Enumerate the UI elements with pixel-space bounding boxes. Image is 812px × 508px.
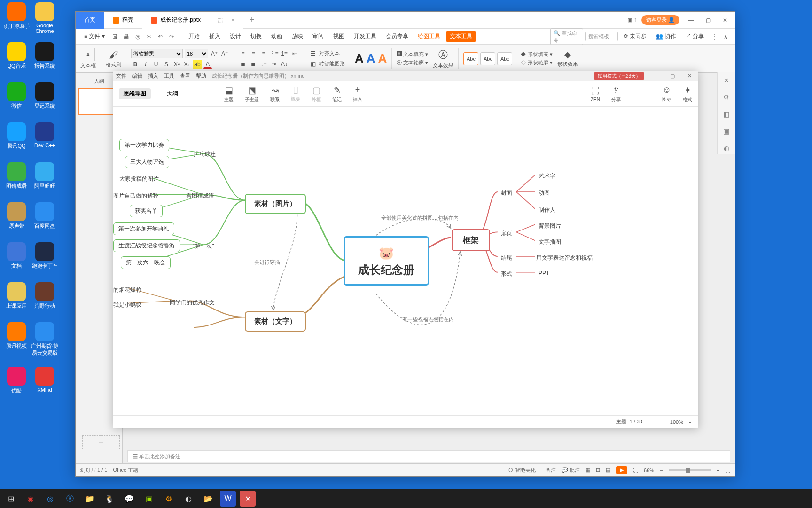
textdir-icon[interactable]: A↕ [280, 60, 289, 68]
find-command[interactable]: 🔍 查找命令 [550, 28, 583, 45]
menu-start[interactable]: 开始 [185, 31, 203, 42]
menu-drawtools[interactable]: 绘图工具 [414, 31, 444, 42]
redo-icon[interactable]: ↷ [167, 32, 176, 41]
close-button[interactable]: ✕ [717, 14, 733, 27]
fontsize-select[interactable]: 18 [185, 49, 208, 58]
x-minimize[interactable]: — [650, 73, 661, 79]
bullets-icon[interactable]: ⋮≡ [270, 49, 278, 58]
unsync-button[interactable]: ⟳ 未同步 [620, 31, 650, 42]
relation-button[interactable]: ↝联系 [270, 85, 280, 103]
format-painter[interactable]: 🖌格式刷 [106, 49, 121, 68]
mindmap-canvas[interactable]: 🐷 成长纪念册 素材（图片） 素材（文字） 框架 乒乓球社 看图猜成语 "第一次… [113, 107, 698, 415]
fullscreen-icon[interactable]: ⛶ [725, 468, 730, 473]
leaf[interactable]: 艺术字 [539, 172, 555, 180]
subscript-icon[interactable]: X₂ [183, 60, 191, 69]
insert-button[interactable]: +插入 [353, 85, 362, 103]
slide-thumb-1[interactable] [78, 88, 116, 115]
bold-icon[interactable]: B [131, 60, 140, 69]
x-menu-file[interactable]: 文件 [116, 72, 126, 79]
menu-insert[interactable]: 插入 [205, 31, 224, 42]
smartart-icon[interactable]: ◧ [309, 60, 317, 68]
slideshow-button[interactable]: ▶ [616, 466, 627, 474]
preview-icon[interactable]: ◎ [133, 32, 142, 41]
superscript-icon[interactable]: X² [172, 60, 181, 69]
align-right-icon[interactable]: ≡ [259, 49, 268, 58]
leaf[interactable]: 第一次学力比赛 [119, 139, 169, 151]
leaf[interactable]: 的烟花爆竹 [113, 286, 141, 294]
topic-button[interactable]: ⬓主题 [224, 85, 234, 103]
zen-button[interactable]: ⛶ZEN [591, 86, 600, 102]
indent-inc-icon[interactable]: ⇥ [270, 60, 278, 68]
desktop-icon[interactable]: XMind [31, 367, 59, 393]
menu-view[interactable]: 视图 [329, 31, 348, 42]
tab-add[interactable]: + [243, 15, 260, 25]
leaf[interactable]: 我是小蚂蚁 [113, 301, 141, 309]
node-frame[interactable]: 框架 [452, 229, 490, 251]
undo-icon[interactable]: ↶ [156, 32, 165, 41]
shape-style-2[interactable]: Abc [480, 52, 495, 65]
desktop-icon[interactable]: 广州期货·博易云交易版 [31, 322, 59, 357]
zoom-in-icon[interactable]: + [717, 468, 719, 473]
x-close[interactable]: ✕ [684, 73, 695, 79]
login-button[interactable]: 访客登录 👤 [641, 15, 679, 25]
save-icon[interactable]: 🖫 [110, 32, 120, 41]
central-topic[interactable]: 🐷 成长纪念册 [344, 236, 429, 286]
shape-effect[interactable]: ◆形状效果 [557, 49, 578, 68]
x-menu-tool[interactable]: 工具 [164, 72, 174, 79]
menu-animation[interactable]: 动画 [267, 31, 286, 42]
desktop-icon[interactable]: 百度网盘 [31, 202, 59, 230]
task-file[interactable]: 📁 [82, 491, 98, 507]
shape-style-3[interactable]: Abc [497, 52, 512, 65]
task-app1[interactable]: ▣ [141, 491, 157, 507]
task-netease[interactable]: ◉ [23, 491, 39, 507]
tab-count-icon[interactable]: ▣ 1 [625, 14, 640, 27]
xzoom-out[interactable]: − [655, 419, 657, 425]
collapse-ribbon-icon[interactable]: ∧ [721, 32, 730, 41]
text-outline[interactable]: Ⓐ 文本轮廓 ▾ [397, 59, 428, 66]
print-icon[interactable]: 🖶 [122, 32, 131, 41]
leaf[interactable]: 第一次六一晚会 [121, 256, 171, 269]
more-icon[interactable]: ⋮ [710, 32, 719, 41]
textbox-button[interactable]: A文本框 [80, 48, 96, 69]
shape-outline[interactable]: ◇ 形状轮廓 ▾ [521, 59, 552, 66]
task-explorer[interactable]: 📂 [200, 491, 216, 507]
x-menu-edit[interactable]: 编辑 [132, 72, 142, 79]
strike-icon[interactable]: S [162, 60, 171, 69]
subtopic-button[interactable]: ⬔子主题 [245, 85, 259, 103]
zoom-value[interactable]: 66% [644, 468, 654, 473]
italic-icon[interactable]: I [141, 60, 150, 69]
leaf[interactable]: 制作人 [539, 206, 555, 214]
tool-4-icon[interactable]: ◐ [722, 144, 731, 154]
comment-toggle[interactable]: 💬 批注 [562, 467, 580, 474]
fit-icon[interactable]: ⛶ [633, 468, 638, 473]
x-maximize[interactable]: ▢ [667, 73, 678, 79]
leaf[interactable]: 用文字表达留念和祝福 [536, 254, 593, 262]
leaf[interactable]: 第一次参加开学典礼 [113, 222, 174, 235]
menu-transition[interactable]: 切换 [247, 31, 265, 42]
highlight-icon[interactable]: ab [193, 60, 202, 69]
coop-button[interactable]: 👥 协作 [652, 31, 679, 42]
menu-show[interactable]: 放映 [288, 31, 307, 42]
desktop-icon[interactable]: 阿里旺旺 [31, 162, 59, 190]
x-menu-view[interactable]: 查看 [180, 72, 190, 79]
menu-texttools[interactable]: 文本工具 [446, 31, 476, 42]
leaf[interactable]: 图片自己做的解释 [113, 192, 158, 200]
desktop-icon[interactable]: 图猜成语 [2, 162, 31, 190]
text-effect[interactable]: Ⓐ文本效果 [433, 48, 453, 69]
leaf[interactable]: 扉页 [501, 230, 512, 238]
desktop-icon[interactable]: 原声带 [2, 202, 31, 230]
desktop-icon[interactable]: 登记系统 [31, 82, 59, 110]
indent-dec-icon[interactable]: ⇤ [290, 49, 299, 58]
zoom-out-icon[interactable]: − [660, 468, 663, 473]
desktop-icon[interactable]: 腾讯视频 [2, 322, 31, 349]
xzoom-in[interactable]: + [662, 419, 665, 425]
fontcolor-icon[interactable]: A [203, 60, 212, 69]
cut-icon[interactable]: ✂ [144, 32, 154, 41]
task-wps[interactable]: W [220, 491, 236, 507]
desktop-icon[interactable]: 上课应用 [2, 282, 31, 310]
leaf[interactable]: 同学们的优秀作文 [170, 299, 215, 307]
search-template[interactable]: 搜索模板 [585, 32, 618, 41]
start-button[interactable]: ⊞ [3, 491, 19, 507]
desktop-icon[interactable]: 识手游助手 [2, 2, 31, 30]
add-slide-button[interactable]: + [82, 435, 120, 449]
